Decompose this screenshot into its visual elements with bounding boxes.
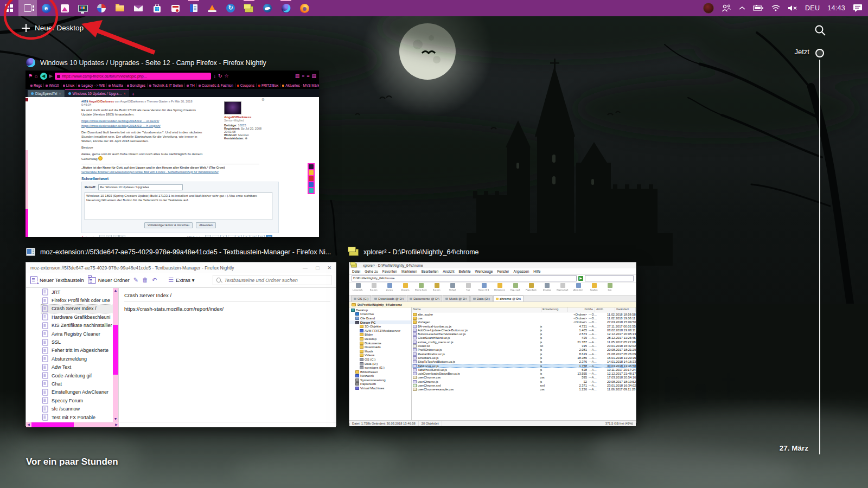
taskview-icon[interactable] (18, 0, 37, 16)
edge-icon[interactable] (37, 0, 55, 16)
tree-item: Dokumente (349, 341, 411, 345)
browser-tab: DiagSpeedTel × (28, 90, 65, 97)
document-icon (42, 364, 48, 370)
bookmark-item: Legacy --> WE (81, 84, 105, 87)
tab-title: Windows 10 Updates / Upgra… (73, 92, 122, 95)
extras-menu-button: ☰ Extras ▾ (168, 277, 194, 283)
reply-textarea: Windows 10 1803 (Spring Creators Update)… (85, 192, 272, 220)
window-label-firefox-forum[interactable]: Windows 10 Updates / Upgrades - Seite 12… (26, 58, 266, 67)
tree-item: Desktop (349, 308, 411, 312)
thumbnail-textbaustein-manager[interactable]: moz-extension://5f3de647-ae75-4029-978e-… (25, 262, 336, 426)
volume-muted-icon[interactable] (788, 5, 797, 11)
post-paragraph: Es wird doch wohl auf die Build 17133 al… (81, 108, 203, 117)
battery-icon[interactable] (753, 5, 764, 11)
horizontal-scrollbar: ◀ ▶ (26, 422, 336, 427)
toolbar-icon (356, 283, 361, 288)
explorer-icon[interactable] (111, 0, 129, 16)
menu-icon: ≡ (307, 74, 309, 79)
system-tray: DEU 14:43 (703, 0, 868, 16)
document-icon (42, 397, 48, 404)
timeline-scrollbar[interactable] (819, 60, 820, 454)
topic-actions-row: Antworten ↩ ✎ ⚠ ⇅ 179 Beiträge ↪ ‹1…8910… (81, 235, 272, 237)
mail-icon[interactable] (129, 0, 148, 16)
bird-icon[interactable] (258, 0, 277, 16)
search-icon[interactable] (814, 24, 827, 37)
window-label-xplorer[interactable]: xplorer² - D:\Profile\Nightly_64\chrome (349, 248, 479, 256)
toolbar-button: Eigenschaft (555, 283, 570, 291)
language-indicator[interactable]: DEU (805, 4, 820, 12)
photos-icon[interactable] (55, 0, 74, 16)
folder-tabs: OS (C:)Downloads @ D:\Dokumente @ D:\Mus… (349, 296, 636, 302)
action-center-icon[interactable] (853, 4, 863, 12)
window-label-textbaustein[interactable]: moz-extension://5f3de647-ae75-4029-978e-… (26, 248, 331, 256)
bookmarks-toolbar: RegsWin10LinuxLegacy --> WEMozillaSonsti… (25, 82, 319, 89)
menu-item: Anpassen (513, 269, 529, 273)
column-header: Erweiterung (541, 307, 568, 312)
scrollbar-thumb (31, 422, 74, 427)
snippet-list-item: KIS Zertifikate nachinstallier (41, 322, 113, 330)
scroll-up-icon: ▲ (113, 288, 118, 293)
bookmark-item: FRITZ!Box (261, 84, 278, 87)
scroll-down-icon: ▼ (113, 416, 118, 422)
reply-arrow-icon: ↩ (99, 235, 105, 237)
new-snippet-button: Neuer Textbaustein (30, 276, 84, 284)
toolbar-icon (403, 283, 408, 288)
wifi-icon[interactable] (771, 5, 780, 11)
menu-bar: DateiGehe zuFavoritenMarkierenBearbeiten… (349, 268, 636, 275)
new-tab-icon: + (130, 92, 137, 97)
snippet-list-item: SSL (41, 338, 113, 346)
forum-icon[interactable] (166, 0, 184, 16)
AddOns-Update-Check-Button.uc.js: AddOns-Update-Check-Button.uc.js js 1.46… (412, 328, 636, 332)
TabFocus.uc.js: TabFocus.uc.js js 1.758 ---A... 30.03.20… (412, 364, 636, 368)
monitor-icon[interactable] (74, 0, 92, 16)
userChrome.xml: userChrome.xml xml 2.371 ---A... 23.01.2… (412, 383, 636, 387)
pinwheel-icon[interactable] (92, 0, 111, 16)
column-headers: Name Erweiterung Größe Attrib Geändert (412, 307, 636, 312)
download-icon: ↓ (213, 74, 216, 79)
toolbar-button: Suchen (366, 283, 381, 291)
submit-button: Absenden (196, 222, 216, 228)
thumbnail-firefox-forum[interactable]: ⚑ ⌂ ◀ ▶ https://www.camp-firefox.de/foru… (25, 70, 319, 237)
bookmark-item: Cosmetic & Fashion (202, 84, 233, 87)
xplorer-icon[interactable] (240, 0, 258, 16)
vlc-icon[interactable] (203, 0, 221, 16)
new-folder-icon (88, 277, 96, 284)
window-title: Windows 10 Updates / Upgrades - Seite 12… (40, 59, 266, 67)
nightly-icon[interactable] (277, 0, 295, 16)
window-title: xplorer² - D:\Profile\Nightly_64\chrome (363, 248, 479, 256)
snippet-list-item: Speccy Forum (41, 396, 113, 404)
warn-icon: ⚠ (113, 235, 119, 237)
widget-icon (309, 188, 314, 193)
task-view-screen: DEU 14:43 Neuer Desktop Jetzt 27. März V… (0, 0, 868, 488)
page-number: 1 (220, 235, 227, 237)
snippet-list-item: Code-Anleitung gif (41, 371, 113, 380)
BA-vertical-iconbar.uc.js: BA-vertical-iconbar.uc.js js 4.721 ---A.… (412, 324, 636, 328)
office-icon[interactable] (184, 0, 203, 16)
toolbar-icon (529, 283, 534, 288)
thumbnail-xplorer[interactable]: xplorer² - D:\Profile\Nightly_64\chrome … (349, 262, 636, 423)
clock[interactable]: 14:43 (827, 4, 845, 12)
timeline-now-marker[interactable] (815, 49, 824, 57)
store-icon[interactable] (148, 0, 166, 16)
tree-item: Papierkorb (349, 382, 411, 387)
start-icon[interactable] (0, 0, 18, 16)
titlebar-text: xplorer² - D:\Profile\Nightly_64\chrome (363, 264, 423, 267)
sort-icon: ⇅ (119, 235, 125, 237)
new-desktop-button[interactable]: Neuer Desktop (22, 24, 84, 32)
menu-item: Bearbeiten (422, 269, 438, 273)
scroll-left-icon: ◀ (26, 422, 31, 427)
new-folder-button: Neuer Ordner (88, 277, 130, 284)
bookmark-item: Regs (34, 84, 42, 87)
user-avatar-icon[interactable] (703, 3, 714, 14)
widget-icon (309, 176, 314, 181)
sync-icon[interactable] (221, 0, 240, 16)
firefox-icon[interactable] (295, 0, 314, 16)
chevron-up-icon[interactable] (739, 6, 745, 10)
quick-reply-header: Schnellantwort (81, 177, 259, 181)
page-number: … (228, 235, 234, 237)
folder-tab: Musik @ D:\ (443, 296, 470, 301)
tree-item: Bilder (349, 333, 411, 337)
extras_config_menu.uc.js: extras_config_menu.uc.js js 21.787 ---A.… (412, 340, 636, 344)
xplorer-folder-icon (349, 249, 359, 256)
people-icon[interactable] (722, 4, 731, 12)
